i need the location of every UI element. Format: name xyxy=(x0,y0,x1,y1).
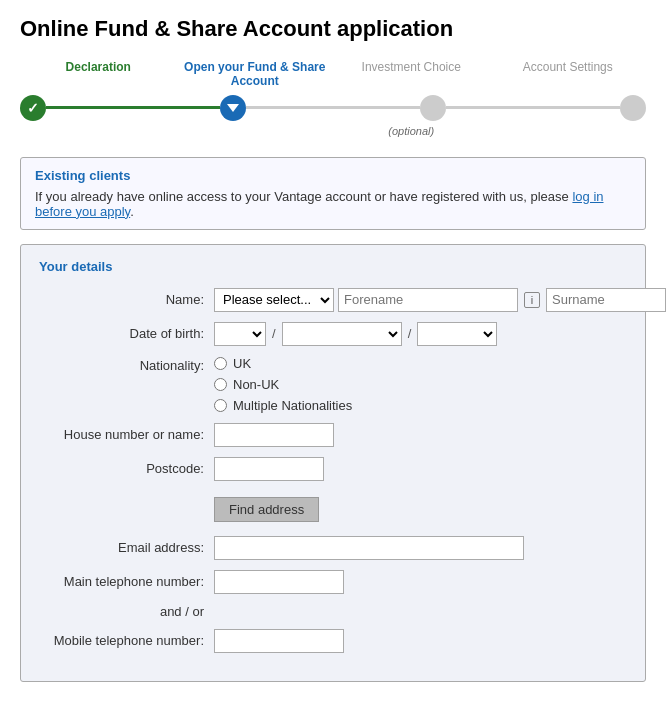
postcode-row: Postcode: xyxy=(39,457,627,481)
dob-label: Date of birth: xyxy=(39,326,214,341)
step-circle-declaration: ✓ xyxy=(20,95,46,121)
optional-label: (optional) xyxy=(333,125,490,137)
dob-separator-1: / xyxy=(270,326,278,341)
dob-day-select[interactable]: 12345 678910 1112131415 1617181920 21222… xyxy=(214,322,266,346)
step-line-2 xyxy=(246,106,420,109)
postcode-label: Postcode: xyxy=(39,461,214,476)
existing-clients-box: Existing clients If you already have onl… xyxy=(20,157,646,230)
step-label-investment-choice: Investment Choice xyxy=(333,60,490,89)
nationality-radio-group: UK Non-UK Multiple Nationalities xyxy=(214,356,352,413)
info-icon[interactable]: i xyxy=(524,292,540,308)
name-label: Name: xyxy=(39,292,214,307)
house-input[interactable] xyxy=(214,423,334,447)
postcode-field xyxy=(214,457,627,481)
mobile-phone-label: Mobile telephone number: xyxy=(39,633,214,648)
dob-year-select[interactable]: 2000199919981997 1990198519801975 197019… xyxy=(417,322,497,346)
nationality-option-multiple[interactable]: Multiple Nationalities xyxy=(214,398,352,413)
name-field: Please select... Mr Mrs Ms Miss Dr Prof … xyxy=(214,288,666,312)
step-label-account-settings: Account Settings xyxy=(490,60,647,89)
nationality-radio-multiple[interactable] xyxy=(214,399,227,412)
nationality-row: Nationality: UK Non-UK Multiple National… xyxy=(39,356,627,413)
postcode-input[interactable] xyxy=(214,457,324,481)
dob-separator-2: / xyxy=(406,326,414,341)
your-details-box: Your details Name: Please select... Mr M… xyxy=(20,244,646,682)
nationality-option-non-uk[interactable]: Non-UK xyxy=(214,377,352,392)
your-details-title: Your details xyxy=(39,259,627,274)
mobile-phone-row: Mobile telephone number: xyxy=(39,629,627,653)
progress-steps: Declaration Open your Fund & Share Accou… xyxy=(20,60,646,137)
nationality-radio-uk[interactable] xyxy=(214,357,227,370)
existing-clients-text: If you already have online access to you… xyxy=(35,189,631,219)
find-address-button[interactable]: Find address xyxy=(214,497,319,522)
name-title-select[interactable]: Please select... Mr Mrs Ms Miss Dr Prof xyxy=(214,288,334,312)
step-circle-open-account xyxy=(220,95,246,121)
step-label-declaration: Declaration xyxy=(20,60,177,89)
main-phone-row: Main telephone number: xyxy=(39,570,627,594)
dob-month-select[interactable]: JanuaryFebruaryMarch AprilMayJune JulyAu… xyxy=(282,322,402,346)
house-row: House number or name: xyxy=(39,423,627,447)
step-circle-account-settings xyxy=(620,95,646,121)
step-node-declaration: ✓ xyxy=(20,95,46,121)
house-label: House number or name: xyxy=(39,427,214,442)
forename-input[interactable] xyxy=(338,288,518,312)
page-title: Online Fund & Share Account application xyxy=(20,16,646,42)
existing-clients-title: Existing clients xyxy=(35,168,631,183)
nationality-option-uk[interactable]: UK xyxy=(214,356,352,371)
step-circle-investment-choice xyxy=(420,95,446,121)
step-node-investment-choice xyxy=(420,95,446,121)
email-field xyxy=(214,536,627,560)
step-node-account-settings xyxy=(620,95,646,121)
step-line-1 xyxy=(46,106,220,109)
email-label: Email address: xyxy=(39,540,214,555)
name-row: Name: Please select... Mr Mrs Ms Miss Dr… xyxy=(39,288,627,312)
dob-row: Date of birth: 12345 678910 1112131415 1… xyxy=(39,322,627,346)
mobile-phone-field xyxy=(214,629,627,653)
main-phone-input[interactable] xyxy=(214,570,344,594)
email-input[interactable] xyxy=(214,536,524,560)
nationality-radio-non-uk[interactable] xyxy=(214,378,227,391)
main-phone-field xyxy=(214,570,627,594)
surname-input[interactable] xyxy=(546,288,666,312)
step-line-3 xyxy=(446,106,620,109)
mobile-phone-input[interactable] xyxy=(214,629,344,653)
steps-below-row: (optional) xyxy=(20,121,646,137)
nationality-label: Nationality: xyxy=(39,358,214,373)
step-label-open-account: Open your Fund & Share Account xyxy=(177,60,334,89)
main-phone-label: Main telephone number: xyxy=(39,574,214,589)
step-node-open-account xyxy=(220,95,246,121)
house-field xyxy=(214,423,627,447)
email-row: Email address: xyxy=(39,536,627,560)
find-address-row: Find address xyxy=(39,491,627,528)
andor-row: and / or xyxy=(39,604,627,619)
andor-label: and / or xyxy=(39,604,214,619)
dob-field: 12345 678910 1112131415 1617181920 21222… xyxy=(214,322,627,346)
